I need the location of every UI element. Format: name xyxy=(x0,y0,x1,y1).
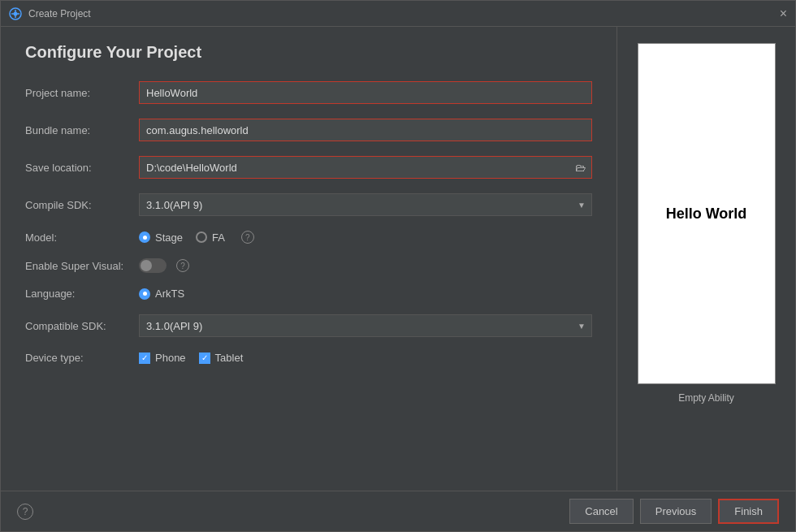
bundle-name-field xyxy=(139,119,592,141)
model-field: Stage FA ? xyxy=(139,231,592,244)
compile-sdk-select[interactable]: 3.1.0(API 9) 3.0.0(API 8) 2.2.0(API 7) xyxy=(139,193,592,216)
footer: ? Cancel Previous Finish xyxy=(1,491,795,531)
title-bar: Create Project × xyxy=(1,1,795,27)
previous-button[interactable]: Previous xyxy=(640,499,712,524)
project-name-input[interactable] xyxy=(139,81,592,104)
compile-sdk-row: Compile SDK: 3.1.0(API 9) 3.0.0(API 8) 2… xyxy=(25,193,592,216)
compatible-sdk-label: Compatible SDK: xyxy=(25,320,139,332)
preview-template-label: Empty Ability xyxy=(678,392,734,404)
save-location-row: Save location: 🗁 xyxy=(25,156,592,179)
compatible-sdk-field: 3.1.0(API 9) 3.0.0(API 8) 2.2.0(API 7) ▼ xyxy=(139,314,592,337)
device-phone-label: Phone xyxy=(155,352,186,364)
save-location-field: 🗁 xyxy=(139,156,592,179)
toggle-knob xyxy=(141,260,152,271)
super-visual-row: Enable Super Visual: ? xyxy=(25,258,592,273)
browse-folder-button[interactable]: 🗁 xyxy=(569,156,592,179)
app-logo-icon xyxy=(9,7,22,20)
model-label: Model: xyxy=(25,231,139,244)
project-name-field xyxy=(139,81,592,104)
folder-icon: 🗁 xyxy=(575,162,586,174)
device-phone-option[interactable]: ✓ Phone xyxy=(139,352,186,364)
device-type-checkboxes: ✓ Phone ✓ Tablet xyxy=(139,352,592,364)
help-icon[interactable]: ? xyxy=(17,504,33,520)
compile-sdk-field: 3.1.0(API 9) 3.0.0(API 8) 2.2.0(API 7) ▼ xyxy=(139,193,592,216)
device-tablet-option[interactable]: ✓ Tablet xyxy=(199,352,244,364)
model-stage-radio[interactable] xyxy=(139,231,150,243)
super-visual-label: Enable Super Visual: xyxy=(25,260,139,272)
form-panel: Configure Your Project Project name: Bun… xyxy=(1,27,616,491)
device-type-field: ✓ Phone ✓ Tablet xyxy=(139,352,592,364)
compatible-sdk-row: Compatible SDK: 3.1.0(API 9) 3.0.0(API 8… xyxy=(25,314,592,337)
model-fa-radio[interactable] xyxy=(196,231,207,243)
cancel-button[interactable]: Cancel xyxy=(569,499,633,524)
page-heading: Configure Your Project xyxy=(25,43,592,62)
checkmark-icon-2: ✓ xyxy=(201,354,208,362)
model-stage-label: Stage xyxy=(155,231,183,244)
super-visual-toggle[interactable] xyxy=(139,258,167,273)
close-button[interactable]: × xyxy=(780,7,787,20)
bundle-name-input[interactable] xyxy=(139,119,592,141)
device-type-row: Device type: ✓ Phone ✓ xyxy=(25,352,592,364)
preview-panel: Hello World Empty Ability xyxy=(616,27,795,491)
compatible-sdk-select[interactable]: 3.1.0(API 9) 3.0.0(API 8) 2.2.0(API 7) xyxy=(139,314,592,337)
finish-button[interactable]: Finish xyxy=(718,499,779,524)
language-arkts-option[interactable]: ArkTS xyxy=(139,288,592,300)
create-project-window: Create Project × Configure Your Project … xyxy=(0,0,796,532)
preview-content-text: Hello World xyxy=(666,205,747,223)
device-tablet-checkbox[interactable]: ✓ xyxy=(199,353,210,364)
window-title: Create Project xyxy=(28,8,91,19)
language-arkts-label: ArkTS xyxy=(155,288,184,300)
svg-point-1 xyxy=(14,11,18,15)
super-visual-field: ? xyxy=(139,258,592,273)
model-radio-group: Stage FA ? xyxy=(139,231,592,244)
device-preview-frame: Hello World xyxy=(638,43,776,384)
language-label: Language: xyxy=(25,288,139,300)
bundle-name-row: Bundle name: xyxy=(25,119,592,141)
model-stage-option[interactable]: Stage xyxy=(139,231,183,244)
device-phone-checkbox[interactable]: ✓ xyxy=(139,353,150,364)
model-row: Model: Stage FA ? xyxy=(25,231,592,244)
language-field: ArkTS xyxy=(139,288,592,300)
language-arkts-radio[interactable] xyxy=(139,288,150,300)
project-name-row: Project name: xyxy=(25,81,592,104)
language-row: Language: ArkTS xyxy=(25,288,592,300)
device-type-label: Device type: xyxy=(25,352,139,364)
bundle-name-label: Bundle name: xyxy=(25,124,139,136)
save-location-label: Save location: xyxy=(25,162,139,174)
checkmark-icon: ✓ xyxy=(141,354,148,362)
footer-buttons: Cancel Previous Finish xyxy=(569,499,779,524)
project-name-label: Project name: xyxy=(25,87,139,99)
device-tablet-label: Tablet xyxy=(215,352,244,364)
compile-sdk-label: Compile SDK: xyxy=(25,199,139,211)
super-visual-help-icon[interactable]: ? xyxy=(176,259,189,272)
main-content: Configure Your Project Project name: Bun… xyxy=(1,27,795,491)
model-help-icon[interactable]: ? xyxy=(241,231,254,244)
save-location-input[interactable] xyxy=(139,156,569,179)
model-fa-option[interactable]: FA xyxy=(196,231,225,244)
model-fa-label: FA xyxy=(212,231,225,244)
